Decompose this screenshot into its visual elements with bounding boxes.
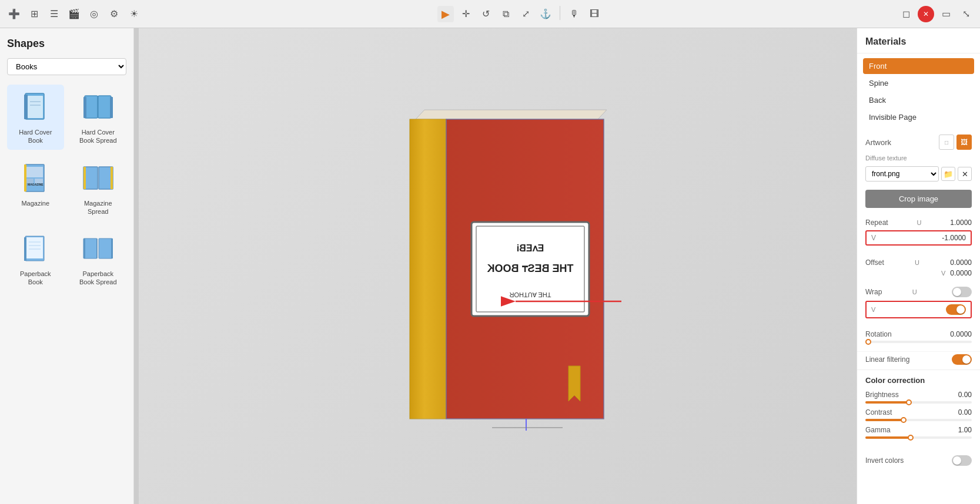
invert-colors-row: Invert colors bbox=[857, 452, 980, 469]
svg-rect-7 bbox=[98, 96, 111, 118]
offset-label: Offset bbox=[865, 258, 884, 267]
linear-filter-row: Linear filtering bbox=[857, 351, 980, 369]
svg-rect-11 bbox=[24, 164, 26, 191]
main-toolbar: ➕ ⊞ ☰ 🎬 ◎ ⚙ ☀ ▶ ✛ ↺ ⧉ ⤢ ⚓ 🎙 🎞 ◻ ✕ ▭ ⤡ bbox=[0, 0, 980, 28]
grid-icon[interactable]: ⊞ bbox=[26, 6, 42, 22]
folder-icon[interactable]: 📁 bbox=[941, 167, 955, 181]
magazine-spread-label: Magazine Spread bbox=[75, 199, 122, 216]
contrast-slider[interactable] bbox=[865, 419, 972, 421]
offset-section: Offset U 0.0000 V 0.0000 bbox=[857, 255, 980, 283]
rotate-tool[interactable]: ↺ bbox=[477, 6, 494, 22]
shape-item-hard-cover-spread[interactable]: Hard Cover Book Spread bbox=[70, 85, 127, 150]
tab-back[interactable]: Back bbox=[863, 92, 974, 108]
artwork-white-btn[interactable]: □ bbox=[939, 135, 954, 150]
gamma-knob[interactable] bbox=[908, 435, 914, 441]
shape-item-magazine[interactable]: MAGAZINE Magazine bbox=[7, 156, 64, 221]
artwork-buttons: □ 🖼 bbox=[939, 135, 972, 150]
tab-invisible-page[interactable]: Invisible Page bbox=[863, 109, 974, 125]
linear-filter-toggle[interactable] bbox=[952, 354, 972, 365]
brightness-knob[interactable] bbox=[906, 399, 912, 405]
repeat-u-value: 1.0000 bbox=[950, 219, 972, 227]
offset-u-value: 0.0000 bbox=[950, 258, 972, 267]
texture-select[interactable]: front.png bbox=[865, 166, 939, 182]
canvas-background: THE BEST BOOK EVER! EᴧEBi THE BESᴛ BOOK … bbox=[139, 28, 857, 504]
gamma-label: Gamma bbox=[865, 426, 891, 434]
artwork-label: Artwork bbox=[865, 138, 891, 147]
svg-marker-31 bbox=[416, 110, 607, 119]
brightness-slider[interactable] bbox=[865, 401, 972, 404]
contrast-knob[interactable] bbox=[901, 417, 907, 423]
add-icon[interactable]: ➕ bbox=[6, 6, 22, 22]
magazine-label: Magazine bbox=[21, 199, 49, 207]
move-tool[interactable]: ✛ bbox=[457, 6, 474, 22]
wrap-u-toggle[interactable] bbox=[952, 287, 972, 297]
contrast-value: 0.00 bbox=[958, 408, 972, 416]
wrap-u-label: U bbox=[912, 288, 917, 295]
menu-icon[interactable]: ☰ bbox=[46, 6, 62, 22]
canvas-area[interactable]: THE BEST BOOK EVER! EᴧEBi THE BESᴛ BOOK … bbox=[139, 28, 857, 504]
svg-rect-26 bbox=[83, 238, 97, 258]
settings-icon[interactable]: ⚙ bbox=[106, 6, 122, 22]
wrap-v-toggle[interactable] bbox=[946, 304, 966, 315]
scale-tool[interactable]: ⧉ bbox=[497, 6, 514, 22]
camera-icon[interactable]: 🎞 bbox=[586, 6, 603, 22]
wrap-v-row: V bbox=[865, 301, 972, 318]
paperback-spread-label: Paperback Book Spread bbox=[75, 270, 122, 287]
anchor-tool[interactable]: ⚓ bbox=[537, 6, 554, 22]
shape-item-magazine-spread[interactable]: Magazine Spread bbox=[70, 156, 127, 221]
artwork-image-btn[interactable]: 🖼 bbox=[956, 135, 972, 150]
svg-rect-2 bbox=[28, 96, 43, 118]
gamma-row: Gamma 1.00 bbox=[865, 426, 972, 434]
color-correction-section: Color correction Brightness 0.00 Contras… bbox=[857, 369, 980, 449]
svg-text:THE AUTHOR: THE AUTHOR bbox=[509, 291, 551, 298]
rotation-knob[interactable] bbox=[865, 339, 871, 345]
rotation-slider[interactable] bbox=[865, 341, 972, 343]
offset-u-label: U bbox=[915, 259, 919, 266]
color-correction-title: Color correction bbox=[865, 376, 972, 385]
repeat-label: Repeat bbox=[865, 219, 888, 227]
invert-colors-toggle[interactable] bbox=[952, 455, 972, 466]
artwork-row: Artwork □ 🖼 bbox=[857, 130, 980, 154]
target-icon[interactable]: ◎ bbox=[86, 6, 102, 22]
fullscreen-icon[interactable]: ⤡ bbox=[958, 6, 974, 22]
audio-icon[interactable]: 🎙 bbox=[566, 6, 583, 22]
gamma-slider[interactable] bbox=[865, 436, 972, 439]
cube-icon[interactable]: ◻ bbox=[898, 6, 914, 22]
hard-cover-spread-icon bbox=[81, 89, 116, 125]
contrast-label: Contrast bbox=[865, 408, 892, 416]
svg-rect-8 bbox=[110, 97, 113, 118]
rotation-label: Rotation bbox=[865, 330, 892, 338]
shapes-dropdown[interactable]: Books bbox=[7, 58, 126, 75]
transform-tool[interactable]: ⤢ bbox=[517, 6, 534, 22]
diffuse-texture-label: Diffuse texture bbox=[857, 154, 980, 164]
light-icon[interactable]: ☀ bbox=[126, 6, 142, 22]
shapes-panel: Shapes Books Hard Cover Book bbox=[0, 28, 134, 504]
svg-rect-17 bbox=[83, 167, 86, 189]
repeat-v-value: -1.0000 bbox=[942, 234, 966, 242]
hard-cover-spread-label: Hard Cover Book Spread bbox=[75, 128, 122, 145]
contrast-fill bbox=[865, 419, 902, 421]
close-red-icon[interactable]: ✕ bbox=[918, 6, 934, 22]
wrap-v-label: V bbox=[871, 306, 875, 313]
crop-image-button[interactable]: Crop image bbox=[865, 190, 972, 208]
wrap-v-knob bbox=[956, 305, 965, 314]
shape-item-paperback-spread[interactable]: Paperback Book Spread bbox=[70, 226, 127, 291]
video-icon[interactable]: 🎬 bbox=[66, 6, 82, 22]
shape-item-hard-cover-book[interactable]: Hard Cover Book bbox=[7, 85, 64, 150]
svg-rect-28 bbox=[99, 238, 112, 258]
cursor-tool[interactable]: ▶ bbox=[437, 6, 454, 22]
tab-spine[interactable]: Spine bbox=[863, 75, 974, 91]
shapes-grid: Hard Cover Book Hard Cover Book Spread bbox=[7, 85, 126, 291]
panel-icon[interactable]: ▭ bbox=[938, 6, 954, 22]
svg-rect-12 bbox=[26, 167, 43, 177]
shape-item-paperback-book[interactable]: Paperback Book bbox=[7, 226, 64, 291]
tab-front[interactable]: Front bbox=[863, 58, 974, 74]
svg-rect-21 bbox=[24, 237, 26, 261]
svg-rect-33 bbox=[410, 119, 446, 419]
texture-row: front.png 📁 ✕ bbox=[857, 164, 980, 186]
repeat-v-label: V bbox=[871, 234, 876, 242]
remove-texture-btn[interactable]: ✕ bbox=[958, 167, 972, 181]
repeat-v-row: V -1.0000 bbox=[865, 230, 972, 246]
offset-v-label: V bbox=[941, 270, 945, 277]
paperback-book-icon bbox=[18, 231, 53, 266]
